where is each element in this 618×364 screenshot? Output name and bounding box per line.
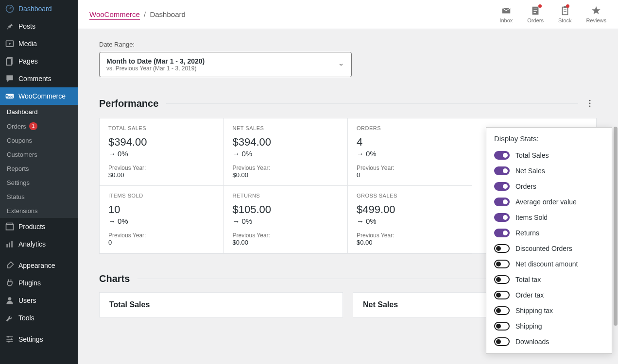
sidebar-item-woocommerce[interactable]: Woo WooCommerce [0,87,78,105]
performance-menu-button[interactable] [583,97,597,110]
toggle-label: Total tax [515,276,541,283]
toggle-items-sold[interactable]: Items Sold [486,210,612,225]
toggle-order-tax[interactable]: Order tax [486,287,612,303]
perf-prev-value: 0 [108,239,215,246]
toggle-switch[interactable] [494,306,510,315]
sidebar-item-dashboard[interactable]: Dashboard [0,0,78,17]
perf-card-items-sold[interactable]: ITEMS SOLD10→ 0%Previous Year:0 [100,186,224,253]
perf-prev-label: Previous Year: [108,165,215,171]
sidebar-item-analytics[interactable]: Analytics [0,235,78,253]
sidebar-label: Plugins [18,279,41,287]
arrow-right-icon: → [233,149,240,158]
svg-point-19 [589,105,591,107]
toggle-label: Order tax [515,291,544,299]
sidebar-item-plugins[interactable]: Plugins [0,274,78,292]
sidebar-label: Analytics [18,240,46,248]
toggle-total-sales[interactable]: Total Sales [486,148,612,163]
topbar-stock[interactable]: Stock [558,5,572,23]
toggle-switch[interactable] [494,337,510,346]
performance-title: Performance [99,98,158,109]
perf-card-total-sales[interactable]: TOTAL SALES$394.00→ 0%Previous Year:$0.0… [100,118,224,186]
breadcrumb-current: Dashboard [150,10,185,18]
toggle-switch[interactable] [494,275,510,284]
perf-delta: → 0% [108,217,215,225]
sidebar-label: Appearance [18,262,55,269]
sidebar-item-media[interactable]: Media [0,35,78,52]
perf-card-returns[interactable]: RETURNS$105.00→ 0%Previous Year:$0.00 [224,186,348,253]
toggle-discounted-orders[interactable]: Discounted Orders [486,241,612,256]
topbar-inbox[interactable]: Inbox [499,5,513,23]
sidebar-sub-label: Extensions [7,207,38,215]
perf-prev-label: Previous Year: [357,232,463,239]
sidebar-item-products[interactable]: Products [0,218,78,235]
ellipsis-icon [585,99,595,108]
perf-label: ORDERS [357,125,463,131]
sidebar-sub-customers[interactable]: Customers [0,148,78,162]
svg-rect-3 [6,59,11,65]
sidebar-item-settings[interactable]: Settings [0,331,78,348]
badge: 1 [29,122,38,130]
toggle-switch[interactable] [494,182,510,191]
sidebar-sub-label: Status [7,193,25,200]
sidebar-sub-extensions[interactable]: Extensions [0,204,78,218]
chart-card-total-sales[interactable]: Total Sales [99,292,343,317]
toggle-orders[interactable]: Orders [486,179,612,194]
toggle-shipping[interactable]: Shipping [486,318,612,334]
toggle-switch[interactable] [494,322,510,331]
sidebar-item-appearance[interactable]: Appearance [0,257,78,274]
sidebar-item-users[interactable]: Users [0,292,78,309]
toggle-net-sales[interactable]: Net Sales [486,163,612,179]
toggle-returns[interactable]: Returns [486,225,612,241]
perf-card-orders[interactable]: ORDERS4→ 0%Previous Year:0 [348,118,472,186]
topbar-orders[interactable]: Orders [527,5,544,23]
toggle-shipping-tax[interactable]: Shipping tax [486,303,612,318]
sidebar-sub-label: Dashboard [7,108,38,116]
topbar-reviews[interactable]: Reviews [586,5,606,23]
sidebar-sub-coupons[interactable]: Coupons [0,133,78,148]
toggle-switch[interactable] [494,291,510,299]
sidebar-sub-orders[interactable]: Orders1 [0,119,78,133]
arrow-right-icon: → [108,149,116,158]
toggle-downloads[interactable]: Downloads [486,334,612,349]
perf-prev-value: $0.00 [233,171,339,179]
toggle-switch[interactable] [494,198,510,206]
sidebar-sub-label: Customers [7,151,37,158]
svg-point-10 [7,336,9,337]
perf-card-gross-sales[interactable]: GROSS SALES$499.00→ 0%Previous Year:$0.0… [348,186,472,253]
toggle-label: Returns [515,229,539,237]
perf-prev-label: Previous Year: [357,165,463,171]
charts-title: Charts [99,273,130,284]
sidebar-item-tools[interactable]: Tools [0,309,78,327]
toggle-switch[interactable] [494,166,510,175]
toggle-label: Total Sales [515,151,549,159]
perf-label: GROSS SALES [357,193,463,199]
perf-card-net-sales[interactable]: NET SALES$394.00→ 0%Previous Year:$0.00 [224,118,348,186]
sidebar-item-posts[interactable]: Posts [0,17,78,35]
sidebar-sub-settings[interactable]: Settings [0,176,78,190]
sidebar-label: Settings [18,335,43,343]
arrow-right-icon: → [108,217,116,225]
sidebar-sub-dashboard[interactable]: Dashboard [0,105,78,119]
breadcrumb-link[interactable]: WooCommerce [89,10,140,20]
toggle-switch[interactable] [494,229,510,237]
toggle-net-discount-amount[interactable]: Net discount amount [486,256,612,272]
toggle-switch[interactable] [494,151,510,160]
date-range-picker[interactable]: Month to Date (Mar 1 - 3, 2020) vs. Prev… [99,52,352,77]
toggle-label: Shipping [515,322,542,330]
svg-point-17 [589,100,591,101]
sidebar-item-comments[interactable]: Comments [0,70,78,87]
arrow-right-icon: → [233,217,240,225]
user-icon [5,296,15,305]
toggle-switch[interactable] [494,244,510,253]
sidebar-sub-reports[interactable]: Reports [0,162,78,176]
toggle-switch[interactable] [494,260,510,268]
toggle-total-tax[interactable]: Total tax [486,272,612,287]
scrollbar[interactable] [613,126,618,359]
sidebar-item-pages[interactable]: Pages [0,52,78,70]
sidebar-sub-label: Reports [7,165,29,172]
sliders-icon [5,334,15,344]
pages-icon [5,56,15,66]
toggle-switch[interactable] [494,213,510,222]
toggle-average-order-value[interactable]: Average order value [486,194,612,210]
sidebar-sub-status[interactable]: Status [0,190,78,204]
